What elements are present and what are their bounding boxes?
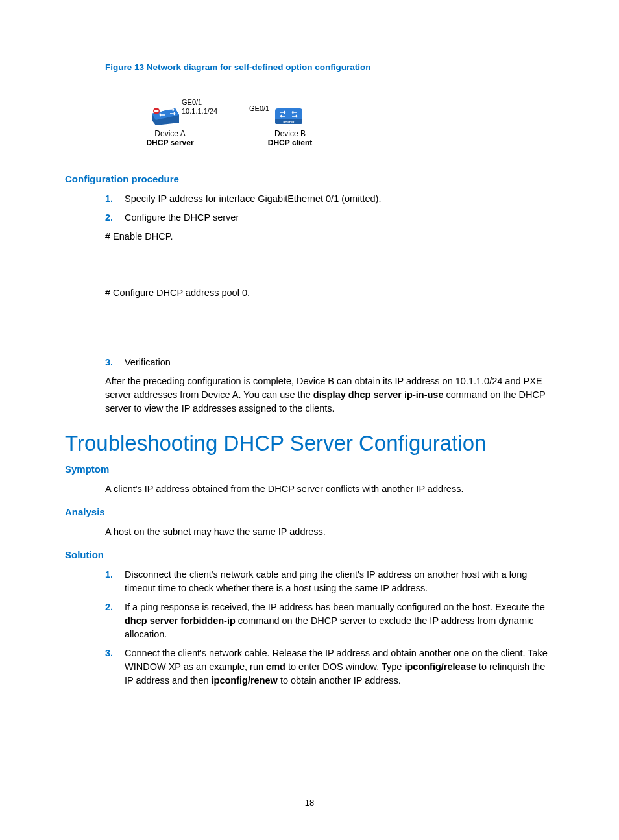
command-text: ipconfig/renew [212,675,278,686]
svg-text:ROUTER: ROUTER [284,121,295,124]
text-span: If a ping response is received, the IP a… [125,602,545,612]
solution-heading: Solution [65,549,554,560]
symptom-text: A client's IP address obtained from the … [84,482,554,496]
config-steps: 1. Specify IP address for interface Giga… [105,192,554,225]
page: Figure 13 Network diagram for self-defin… [0,0,619,840]
command-text: dhcp server forbidden-ip [125,615,236,626]
list-number: 1. [105,568,125,595]
interface-label: GE0/1 [249,105,269,112]
ip-label: 10.1.1.1/24 [182,107,217,115]
connection-line [180,116,273,116]
list-number: 2. [105,211,125,225]
text-span: to obtain another IP address. [278,675,401,686]
analysis-heading: Analysis [65,506,554,517]
command-text: display dhcp server ip-in-use [313,389,444,400]
device-name: Device A [154,129,185,138]
device-name: Device B [274,129,306,138]
switch-icon [151,106,180,125]
text-span: to enter DOS window. Type [285,661,405,672]
troubleshooting-title: Troubleshooting DHCP Server Configuratio… [65,431,554,456]
verification-paragraph: After the preceding configuration is com… [105,375,554,415]
config-steps-cont: 3. Verification [105,356,554,369]
step-text: Verification [125,356,554,369]
command-text: ipconfig/release [404,661,476,672]
list-item: 3. Connect the client's network cable. R… [105,647,554,687]
list-item: 1. Disconnect the client's network cable… [105,568,554,595]
configure-pool-text: # Configure DHCP address pool 0. [105,286,554,300]
solution-steps: 1. Disconnect the client's network cable… [105,568,554,687]
network-diagram: ROUTER GE0/1 10.1.1.1/24 GE0/1 Device A … [105,79,280,150]
symptom-heading: Symptom [65,463,554,475]
command-text: cmd [266,661,285,672]
device-a-label: Device A DHCP server [144,129,196,147]
list-number: 1. [105,192,125,206]
device-role: DHCP client [268,138,312,147]
step-text: Disconnect the client's network cable an… [125,568,554,595]
router-icon: ROUTER [274,106,304,125]
step-text: If a ping response is received, the IP a… [125,600,554,641]
list-number: 3. [105,356,125,369]
step-text: Specify IP address for interface Gigabit… [125,192,554,206]
list-item: 3. Verification [105,356,554,369]
figure-caption: Figure 13 Network diagram for self-defin… [105,62,554,72]
list-item: 1. Specify IP address for interface Giga… [105,192,554,206]
device-role: DHCP server [146,138,193,147]
page-number: 18 [0,798,619,808]
enable-dhcp-text: # Enable DHCP. [105,230,554,243]
list-item: 2. If a ping response is received, the I… [105,600,554,641]
step-text: Configure the DHCP server [125,211,554,225]
list-item: 2. Configure the DHCP server [105,211,554,225]
analysis-text: A host on the subnet may have the same I… [84,525,554,539]
list-number: 3. [105,647,125,687]
interface-label: GE0/1 [182,98,202,106]
list-number: 2. [105,600,125,641]
config-procedure-heading: Configuration procedure [65,173,554,184]
device-b-label: Device B DHCP client [264,129,316,147]
step-text: Connect the client's network cable. Rele… [125,647,554,687]
